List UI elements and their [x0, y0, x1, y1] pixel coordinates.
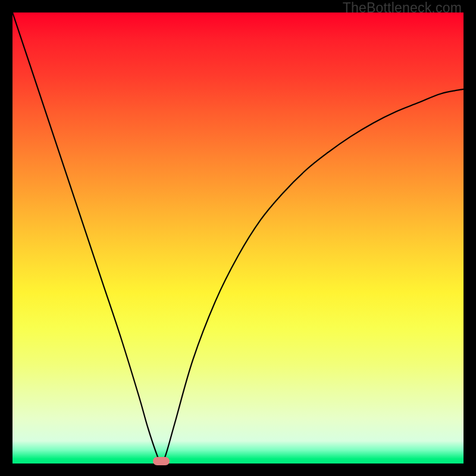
plot-area [12, 12, 464, 464]
watermark-text: TheBottleneck.com [343, 0, 462, 16]
min-marker [153, 457, 170, 465]
bottleneck-curve [12, 12, 464, 464]
chart-frame: TheBottleneck.com [0, 0, 476, 476]
curve-path [12, 12, 464, 464]
